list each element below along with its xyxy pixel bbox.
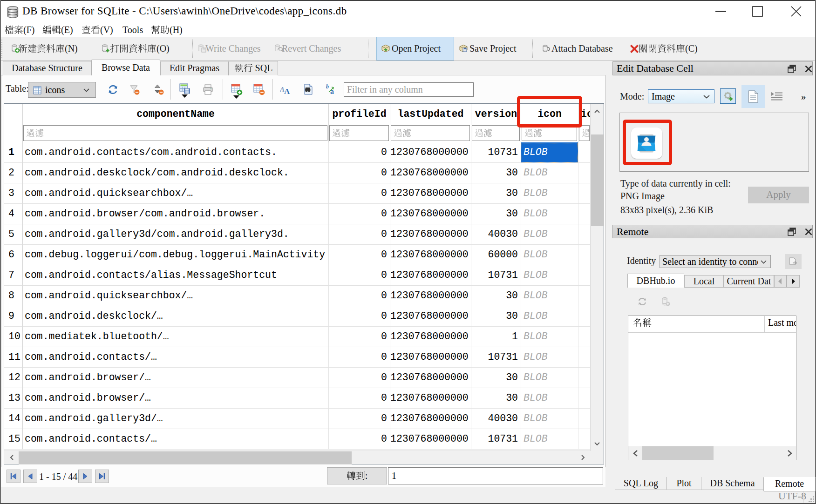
svg-text:A: A: [284, 87, 290, 95]
svg-text:b: b: [326, 84, 329, 90]
